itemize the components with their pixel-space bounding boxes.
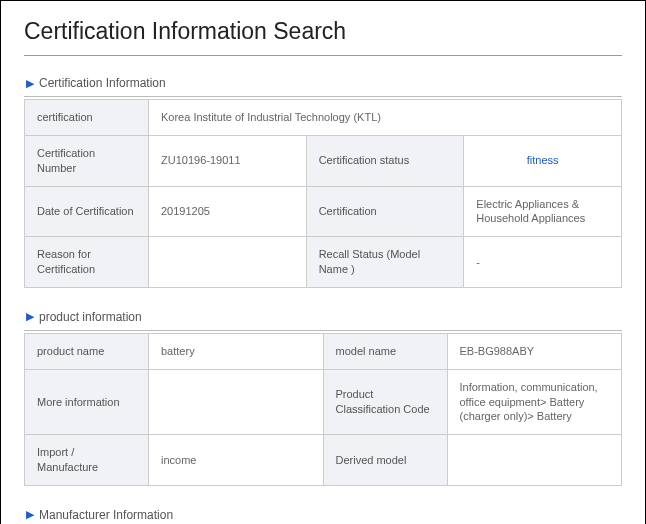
cert-reason-value	[149, 237, 307, 288]
arrow-icon: ▶	[26, 310, 34, 323]
product-derived-value	[447, 435, 622, 486]
product-name-label: product name	[25, 333, 149, 369]
product-class-value: Information, communication, office equip…	[447, 369, 622, 435]
product-class-label: Product Classification Code	[323, 369, 447, 435]
cert-number-label: Certification Number	[25, 135, 149, 186]
cert-certification-value: Korea Institute of Industrial Technology…	[149, 100, 622, 136]
product-import-label: Import / Manufacture	[25, 435, 149, 486]
product-table: product name battery model name EB-BG988…	[24, 333, 622, 486]
product-import-value: income	[149, 435, 324, 486]
section-label: product information	[39, 310, 142, 324]
arrow-icon: ▶	[26, 508, 34, 521]
product-model-value: EB-BG988ABY	[447, 333, 622, 369]
certification-table: certification Korea Institute of Industr…	[24, 99, 622, 288]
cert-date-value: 20191205	[149, 186, 307, 237]
product-more-value	[149, 369, 324, 435]
page-title: Certification Information Search	[24, 18, 622, 56]
product-model-label: model name	[323, 333, 447, 369]
product-derived-label: Derived model	[323, 435, 447, 486]
cert-certification-label: certification	[25, 100, 149, 136]
product-name-value: battery	[149, 333, 324, 369]
cert-status-label: Certification status	[306, 135, 464, 186]
section-header-product: ▶ product information	[24, 310, 622, 331]
cert-reason-label: Reason for Certification	[25, 237, 149, 288]
cert-status-value[interactable]: fitness	[464, 135, 622, 186]
section-header-certification: ▶ Certification Information	[24, 76, 622, 97]
cert-type-value: Electric Appliances & Household Applianc…	[464, 186, 622, 237]
cert-recall-value: -	[464, 237, 622, 288]
product-more-label: More information	[25, 369, 149, 435]
cert-type-label: Certification	[306, 186, 464, 237]
section-label: Manufacturer Information	[39, 508, 173, 522]
cert-date-label: Date of Certification	[25, 186, 149, 237]
section-label: Certification Information	[39, 76, 166, 90]
cert-number-value: ZU10196-19011	[149, 135, 307, 186]
section-header-manufacturer: ▶ Manufacturer Information	[24, 508, 622, 524]
arrow-icon: ▶	[26, 77, 34, 90]
cert-recall-label: Recall Status (Model Name )	[306, 237, 464, 288]
